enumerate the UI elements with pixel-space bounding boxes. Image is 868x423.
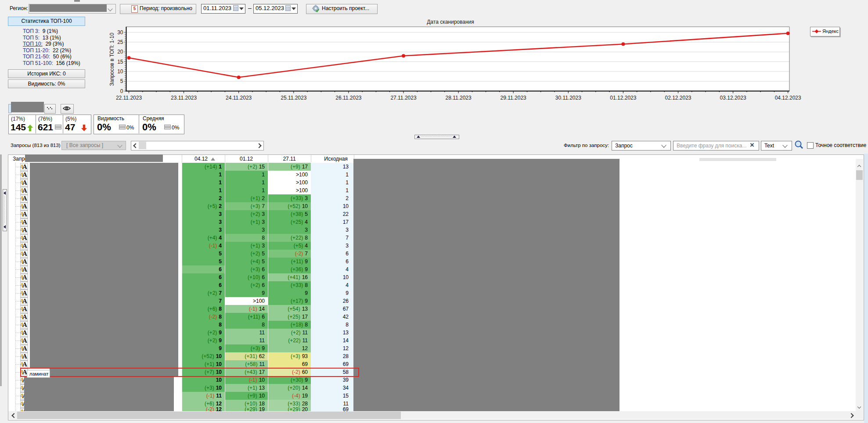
svg-text:24.11.2023: 24.11.2023 bbox=[226, 95, 252, 101]
svg-text:0: 0 bbox=[120, 88, 123, 94]
svg-text:26.11.2023: 26.11.2023 bbox=[335, 95, 361, 101]
svg-text:28.11.2023: 28.11.2023 bbox=[446, 95, 472, 101]
svg-text:20: 20 bbox=[117, 49, 123, 55]
svg-text:23.11.2023: 23.11.2023 bbox=[171, 95, 197, 101]
svg-text:5: 5 bbox=[120, 78, 123, 84]
svg-text:04.12.2023: 04.12.2023 bbox=[775, 95, 801, 101]
svg-text:22.11.2023: 22.11.2023 bbox=[116, 95, 142, 101]
svg-text:02.12.2023: 02.12.2023 bbox=[665, 95, 691, 101]
svg-text:30.11.2023: 30.11.2023 bbox=[555, 95, 581, 101]
svg-text:10: 10 bbox=[117, 68, 123, 75]
svg-text:30: 30 bbox=[117, 29, 123, 36]
svg-text:25.11.2023: 25.11.2023 bbox=[281, 95, 306, 101]
svg-text:03.12.2023: 03.12.2023 bbox=[720, 95, 746, 101]
svg-text:27.11.2023: 27.11.2023 bbox=[390, 95, 416, 101]
svg-text:29.11.2023: 29.11.2023 bbox=[501, 95, 526, 101]
svg-text:15: 15 bbox=[117, 59, 123, 65]
svg-text:01.12.2023: 01.12.2023 bbox=[610, 95, 636, 101]
svg-text:25: 25 bbox=[117, 39, 123, 45]
